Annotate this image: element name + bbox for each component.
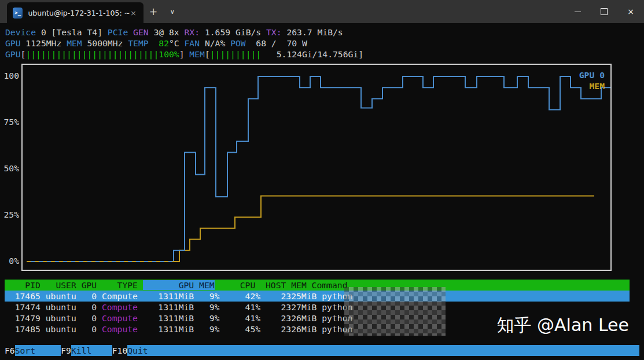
watermark-text: 知乎 @Alan Lee	[497, 319, 629, 330]
fkey-action[interactable]: Quit	[127, 345, 639, 356]
text-segment: PID USER GPU TYPE	[5, 280, 143, 290]
text-segment: PCIe	[108, 27, 128, 37]
text-segment: GPU	[5, 49, 21, 59]
fkey-label[interactable]: F10	[112, 345, 128, 356]
process-cell-text: 1311MiB 9% 41% 2326MiB python	[138, 313, 352, 323]
chart-plot-area	[23, 65, 610, 270]
text-segment: 68 / 70 W	[246, 38, 307, 48]
minimize-button[interactable]	[564, 0, 591, 23]
process-cell-text: 1311MiB 9% 41% 2327MiB python	[138, 302, 352, 312]
new-tab-button[interactable]: +	[145, 0, 162, 23]
y-tick-label: 25%	[0, 209, 19, 220]
y-tick-label: 50%	[0, 163, 19, 174]
text-segment: [	[205, 49, 210, 59]
terminal-tab[interactable]: >_ ubuntu@ip-172-31-1-105: ~ ×	[7, 2, 143, 23]
terminal-window: >_ ubuntu@ip-172-31-1-105: ~ × + ∨ × Dev…	[0, 0, 644, 360]
clock-temp-power-line: GPU 1125MHz MEM 5000MHz TEMP 82°C FAN N/…	[0, 38, 363, 49]
series-mem	[27, 196, 594, 262]
text-segment: CPU HOST MEM Command	[215, 280, 348, 290]
fkey-label[interactable]: F9	[61, 345, 71, 356]
text-segment: TEMP	[128, 38, 148, 48]
text-segment: ||||||||||||||||||||||||||	[25, 49, 159, 59]
process-cell-text: Compute	[102, 302, 138, 312]
series-gpu-0	[27, 76, 610, 262]
text-segment	[149, 38, 159, 48]
text-segment: ]	[179, 49, 190, 59]
text-segment: 1.659 GiB/s	[200, 27, 266, 37]
text-segment: 263.7 MiB/s	[282, 27, 343, 37]
process-cell-text: 17485 ubuntu 0	[5, 324, 102, 334]
gpu-info-block: Device 0 [Tesla T4] PCIe GEN 3@ 8x RX: 1…	[0, 27, 363, 60]
window-titlebar: >_ ubuntu@ip-172-31-1-105: ~ × + ∨ ×	[0, 0, 644, 23]
text-segment: 1125MHz	[21, 38, 67, 48]
close-button[interactable]: ×	[617, 0, 644, 23]
fkey-label[interactable]: F6	[5, 345, 15, 356]
text-segment: TX:	[266, 27, 282, 37]
text-segment: POW	[230, 38, 246, 48]
tab-dropdown-button[interactable]: ∨	[164, 0, 181, 23]
text-segment: 5000MHz	[82, 38, 128, 48]
text-segment: FAN	[185, 38, 200, 48]
text-segment: ]	[358, 49, 363, 59]
process-cell-text: 1311MiB 9% 45% 2326MiB python	[138, 324, 352, 334]
process-cell-text: 17465 ubuntu 0 Compute 1311MiB 9% 42% 23…	[5, 291, 352, 301]
legend-mem: MEM	[589, 80, 605, 91]
text-segment: 100%	[159, 49, 179, 59]
process-cell-text: Compute	[102, 313, 138, 323]
process-row[interactable]: 17465 ubuntu 0 Compute 1311MiB 9% 42% 23…	[5, 291, 630, 302]
text-segment: Device	[5, 27, 36, 37]
gpu-mem-gauge-line: GPU[||||||||||||||||||||||||||100%] MEM[…	[0, 49, 363, 60]
text-segment: 82	[159, 38, 169, 48]
text-segment: MEM	[189, 49, 205, 59]
tab-title: ubuntu@ip-172-31-1-105: ~	[28, 9, 130, 17]
y-tick-label: 0%	[0, 255, 19, 266]
fkey-action[interactable]: Kill	[71, 345, 112, 356]
text-segment: 3@ 8x	[149, 27, 185, 37]
process-cell-text: Compute	[102, 324, 138, 334]
y-tick-label: 75%	[0, 116, 19, 127]
text-segment: GPU MEM	[143, 280, 215, 290]
legend-gpu0: GPU 0	[579, 69, 605, 80]
process-table-header[interactable]: PID USER GPU TYPE GPU MEM CPU HOST MEM C…	[5, 280, 630, 291]
y-tick-label: 100	[0, 70, 19, 81]
process-row[interactable]: 17474 ubuntu 0 Compute 1311MiB 9% 41% 23…	[5, 302, 630, 313]
function-key-bar: F6Sort F9Kill F10Quit	[5, 345, 639, 356]
text-segment	[128, 27, 133, 37]
utilization-chart: GPU 0 MEM	[21, 64, 612, 271]
text-segment: N/A%	[200, 38, 230, 48]
process-cell-text: 17474 ubuntu 0	[5, 302, 102, 312]
text-segment: °C	[169, 38, 185, 48]
censored-command-blur	[344, 287, 446, 336]
text-segment: ||||||||||	[210, 49, 261, 59]
maximize-button[interactable]	[591, 0, 617, 23]
terminal-body: Device 0 [Tesla T4] PCIe GEN 3@ 8x RX: 1…	[0, 23, 644, 360]
fkey-action[interactable]: Sort	[15, 345, 61, 356]
text-segment: 0 [Tesla T4]	[36, 27, 108, 37]
text-segment: 5.124Gi/14.756Gi	[261, 49, 358, 59]
text-segment: GEN	[133, 27, 149, 37]
text-segment: MEM	[67, 38, 82, 48]
process-cell-text: 17479 ubuntu 0	[5, 313, 102, 323]
powershell-icon: >_	[13, 8, 23, 19]
tab-close-icon[interactable]: ×	[130, 9, 137, 17]
text-segment: RX:	[185, 27, 200, 37]
text-segment: GPU	[5, 38, 21, 48]
device-info-line: Device 0 [Tesla T4] PCIe GEN 3@ 8x RX: 1…	[0, 27, 363, 38]
